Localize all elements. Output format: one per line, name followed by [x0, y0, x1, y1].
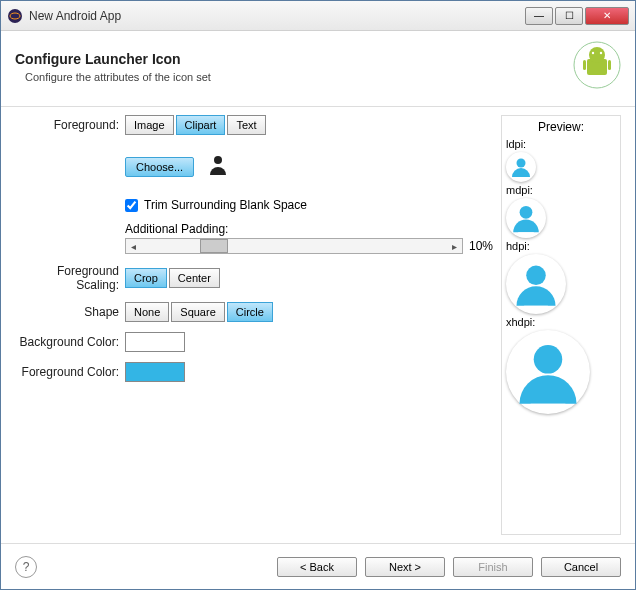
- foreground-text-toggle[interactable]: Text: [227, 115, 265, 135]
- padding-value: 10%: [469, 239, 493, 253]
- svg-point-11: [520, 206, 533, 219]
- shape-label: Shape: [15, 305, 125, 319]
- shape-circle-toggle[interactable]: Circle: [227, 302, 273, 322]
- preview-ldpi-label: ldpi:: [506, 138, 616, 150]
- wizard-footer: ? < Back Next > Finish Cancel: [1, 543, 635, 589]
- preview-hdpi-label: hdpi:: [506, 240, 616, 252]
- scaling-crop-toggle[interactable]: Crop: [125, 268, 167, 288]
- header-subtitle: Configure the attributes of the icon set: [25, 71, 211, 83]
- preview-xhdpi-icon: [506, 330, 590, 414]
- next-button[interactable]: Next >: [365, 557, 445, 577]
- preview-mdpi-icon: [506, 198, 546, 238]
- slider-thumb[interactable]: [200, 239, 228, 253]
- help-icon[interactable]: ?: [15, 556, 37, 578]
- close-button[interactable]: ✕: [585, 7, 629, 25]
- fgcolor-swatch[interactable]: [125, 362, 185, 382]
- svg-point-6: [600, 52, 602, 54]
- trim-label: Trim Surrounding Blank Space: [144, 198, 307, 212]
- svg-rect-8: [608, 60, 611, 70]
- slider-left-arrow[interactable]: ◂: [126, 241, 140, 252]
- padding-label: Additional Padding:: [125, 222, 228, 236]
- shape-none-toggle[interactable]: None: [125, 302, 169, 322]
- bgcolor-swatch[interactable]: [125, 332, 185, 352]
- svg-point-9: [214, 156, 222, 164]
- scaling-label: Foreground Scaling:: [15, 264, 125, 292]
- shape-square-toggle[interactable]: Square: [171, 302, 224, 322]
- finish-button: Finish: [453, 557, 533, 577]
- cancel-button[interactable]: Cancel: [541, 557, 621, 577]
- foreground-label: Foreground:: [15, 118, 125, 132]
- svg-rect-7: [583, 60, 586, 70]
- titlebar: New Android App — ☐ ✕: [1, 1, 635, 31]
- header-title: Configure Launcher Icon: [15, 51, 211, 67]
- preview-panel: Preview: ldpi: mdpi: hdpi: xhdpi:: [501, 115, 621, 535]
- preview-title: Preview:: [506, 120, 616, 134]
- bgcolor-label: Background Color:: [15, 335, 125, 349]
- preview-xhdpi-label: xhdpi:: [506, 316, 616, 328]
- preview-mdpi-label: mdpi:: [506, 184, 616, 196]
- wizard-header: Configure Launcher Icon Configure the at…: [1, 31, 635, 107]
- scaling-center-toggle[interactable]: Center: [169, 268, 220, 288]
- svg-point-10: [517, 159, 526, 168]
- fgcolor-label: Foreground Color:: [15, 365, 125, 379]
- preview-hdpi-icon: [506, 254, 566, 314]
- foreground-image-toggle[interactable]: Image: [125, 115, 174, 135]
- back-button[interactable]: < Back: [277, 557, 357, 577]
- content-area: Foreground: Image Clipart Text Choose...: [1, 107, 635, 543]
- preview-ldpi-icon: [506, 152, 536, 182]
- window-buttons: — ☐ ✕: [525, 7, 629, 25]
- clipart-preview-icon: [206, 153, 230, 180]
- window-title: New Android App: [29, 9, 525, 23]
- svg-point-13: [534, 345, 563, 374]
- svg-point-5: [592, 52, 594, 54]
- foreground-clipart-toggle[interactable]: Clipart: [176, 115, 226, 135]
- minimize-button[interactable]: —: [525, 7, 553, 25]
- choose-button[interactable]: Choose...: [125, 157, 194, 177]
- android-icon: [573, 41, 621, 92]
- form-panel: Foreground: Image Clipart Text Choose...: [15, 115, 493, 535]
- header-text: Configure Launcher Icon Configure the at…: [15, 51, 211, 83]
- padding-slider[interactable]: ◂ ▸: [125, 238, 463, 254]
- svg-point-12: [526, 266, 546, 286]
- slider-right-arrow[interactable]: ▸: [448, 241, 462, 252]
- svg-point-4: [589, 47, 605, 63]
- dialog-window: New Android App — ☐ ✕ Configure Launcher…: [0, 0, 636, 590]
- maximize-button[interactable]: ☐: [555, 7, 583, 25]
- trim-checkbox[interactable]: [125, 199, 138, 212]
- eclipse-icon: [7, 8, 23, 24]
